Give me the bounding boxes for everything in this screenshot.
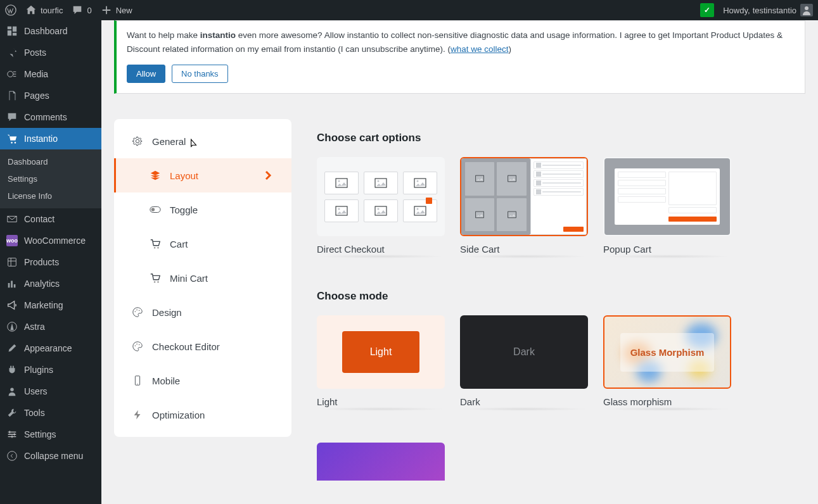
sidebar-contact[interactable]: Contact	[0, 208, 101, 230]
cursor-icon	[188, 138, 199, 149]
cart-options-title: Choose cart options	[317, 132, 805, 144]
mobile-icon	[132, 375, 143, 386]
wp-admin-sidebar: Dashboard Posts Media Pages Comments Ins…	[0, 20, 101, 504]
contact-icon	[6, 213, 18, 225]
sidebar-pages[interactable]: Pages	[0, 85, 101, 106]
chevron-right-icon	[262, 170, 274, 181]
svg-point-11	[154, 281, 155, 282]
sidebar-astra[interactable]: Astra	[0, 316, 101, 337]
plugins-icon	[6, 364, 18, 375]
tab-general[interactable]: General	[114, 124, 291, 158]
marketing-icon	[6, 299, 18, 311]
sidebar-settings[interactable]: Settings	[0, 424, 101, 445]
option-mode-gradient[interactable]	[317, 443, 445, 481]
cart-icon	[150, 238, 161, 249]
svg-point-24	[378, 180, 380, 182]
tab-optimization[interactable]: Optimization	[114, 398, 291, 432]
notification-badge[interactable]: ✓	[700, 3, 714, 17]
users-icon	[6, 386, 18, 397]
svg-point-17	[136, 344, 137, 345]
sidebar-tools[interactable]: Tools	[0, 402, 101, 424]
svg-point-2	[8, 72, 13, 77]
palette-icon	[132, 306, 143, 318]
no-thanks-button[interactable]: No thanks	[172, 65, 228, 83]
sidebar-instantio-license[interactable]: License Info	[0, 187, 101, 205]
sidebar-instantio[interactable]: Instantio	[0, 128, 101, 149]
minicart-icon	[150, 272, 161, 284]
tools-icon	[6, 407, 18, 419]
tab-layout[interactable]: Layout	[114, 158, 291, 192]
notice-text: Want to help make instantio even more aw…	[127, 30, 783, 54]
svg-point-32	[417, 208, 419, 210]
media-icon	[6, 68, 18, 80]
svg-rect-3	[8, 258, 16, 267]
svg-point-9	[154, 247, 155, 248]
optin-notice: Want to help make instantio even more aw…	[114, 20, 805, 94]
home-icon	[25, 4, 37, 16]
main-content: Want to help make instantio even more aw…	[101, 20, 818, 504]
tab-mobile[interactable]: Mobile	[114, 363, 291, 398]
option-mode-light[interactable]: Light Light	[317, 315, 445, 411]
collapse-icon	[6, 450, 18, 462]
sidebar-instantio-dashboard[interactable]: Dashboard	[0, 153, 101, 170]
sidebar-users[interactable]: Users	[0, 381, 101, 402]
svg-point-18	[139, 344, 140, 346]
sidebar-analytics[interactable]: Analytics	[0, 273, 101, 294]
toggle-icon	[150, 204, 161, 215]
layers-icon	[150, 170, 161, 181]
tab-toggle[interactable]: Toggle	[114, 192, 291, 227]
option-mode-glass[interactable]: Glass Morphism Glass morphism	[603, 315, 731, 411]
sidebar-collapse[interactable]: Collapse menu	[0, 445, 101, 467]
sidebar-plugins[interactable]: Plugins	[0, 359, 101, 381]
svg-point-13	[135, 311, 136, 312]
sidebar-appearance[interactable]: Appearance	[0, 337, 101, 359]
sidebar-dashboard[interactable]: Dashboard	[0, 20, 101, 42]
pin-icon	[6, 47, 18, 58]
site-name-link[interactable]: tourfic	[25, 4, 63, 16]
what-we-collect-link[interactable]: what we collect	[451, 44, 509, 54]
svg-point-5	[10, 388, 13, 391]
tab-minicart[interactable]: Mini Cart	[114, 261, 291, 295]
tab-design[interactable]: Design	[114, 295, 291, 329]
admin-bar: tourfic 0 New ✓ Howdy, testinstantio	[0, 0, 818, 20]
comments-link[interactable]: 0	[72, 4, 91, 16]
svg-point-12	[157, 281, 158, 282]
svg-point-22	[338, 180, 340, 182]
option-side-cart[interactable]: Side Cart	[460, 157, 588, 258]
option-direct-checkout[interactable]: Direct Checkout	[317, 157, 445, 258]
plus-icon	[101, 4, 112, 16]
tab-cart[interactable]: Cart	[114, 227, 291, 261]
cart-icon	[6, 133, 18, 144]
sidebar-instantio-settings[interactable]: Settings	[0, 170, 101, 187]
svg-point-15	[139, 310, 140, 312]
svg-point-30	[378, 208, 380, 210]
settings-tabs: General Layout Toggle Cart Mini Cart	[114, 119, 291, 437]
option-mode-dark[interactable]: Dark Dark	[460, 315, 588, 411]
svg-point-28	[338, 208, 340, 210]
sidebar-marketing[interactable]: Marketing	[0, 294, 101, 316]
svg-point-10	[157, 247, 158, 248]
user-account-link[interactable]: Howdy, testinstantio	[723, 4, 813, 16]
sidebar-comments[interactable]: Comments	[0, 106, 101, 128]
sidebar-products[interactable]: Products	[0, 251, 101, 273]
sidebar-posts[interactable]: Posts	[0, 42, 101, 63]
sidebar-media[interactable]: Media	[0, 63, 101, 85]
settings-icon	[6, 429, 18, 440]
woo-icon: woo	[6, 235, 18, 246]
products-icon	[6, 256, 18, 268]
tab-checkout-editor[interactable]: Checkout Editor	[114, 329, 291, 363]
astra-icon	[6, 321, 18, 332]
allow-button[interactable]: Allow	[127, 65, 165, 83]
settings-panel: Choose cart options Dir	[317, 119, 805, 481]
new-content-link[interactable]: New	[101, 4, 132, 16]
svg-point-8	[151, 208, 155, 211]
gear-icon	[132, 135, 143, 147]
option-popup-cart[interactable]: Popup Cart	[603, 157, 731, 258]
sidebar-woocommerce[interactable]: wooWooCommerce	[0, 230, 101, 251]
appearance-icon	[6, 343, 18, 354]
mode-title: Choose mode	[317, 290, 805, 303]
wp-logo[interactable]	[5, 4, 16, 16]
bolt-icon	[132, 409, 143, 420]
comment-icon	[72, 4, 83, 16]
pages-icon	[6, 90, 18, 101]
